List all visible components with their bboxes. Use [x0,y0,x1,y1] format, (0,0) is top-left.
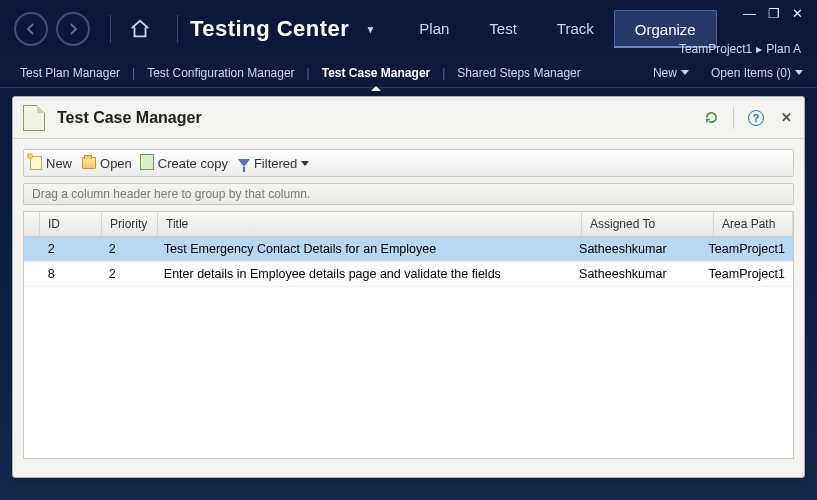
open-icon [82,157,96,169]
close-panel-button[interactable]: ✕ [778,110,794,126]
create-copy-button[interactable]: Create copy [142,156,228,171]
cell-priority: 2 [101,262,156,286]
row-selector[interactable] [24,262,40,286]
new-dropdown[interactable]: New [653,66,689,80]
cell-assigned-to: Satheeshkumar [571,237,701,261]
panel-head-sep [733,107,734,129]
open-button[interactable]: Open [82,156,132,171]
close-window-button[interactable]: ✕ [792,6,803,21]
breadcrumb-plan: Plan A [766,42,801,56]
panel-title: Test Case Manager [57,109,202,127]
grid-header: ID Priority Title Assigned To Area Path [24,212,793,237]
col-area-path[interactable]: Area Path [714,212,793,236]
subnav-test-configuration-manager[interactable]: Test Configuration Manager [141,64,300,82]
toolbar: New Open Create copy Filtered [23,149,794,177]
cell-id: 8 [40,262,101,286]
arrow-right-icon [65,21,81,37]
tab-test[interactable]: Test [469,10,537,48]
cell-priority: 2 [101,237,156,261]
test-case-grid: ID Priority Title Assigned To Area Path … [23,211,794,459]
open-items-dropdown[interactable]: Open Items (0) [711,66,803,80]
cell-title: Enter details in Employee details page a… [156,262,571,286]
nav-divider-2 [177,15,178,43]
new-icon [30,156,42,170]
cell-area-path: TeamProject1 [701,237,793,261]
subnav-sep: | [442,66,445,80]
panel-header: Test Case Manager ? ✕ [13,97,804,139]
chevron-down-icon [681,70,689,75]
col-id[interactable]: ID [40,212,102,236]
nav-divider [110,15,111,43]
restore-button[interactable]: ❐ [768,6,780,21]
window-controls: — ❐ ✕ [743,6,803,21]
new-button[interactable]: New [30,156,72,171]
group-by-hint[interactable]: Drag a column header here to group by th… [23,183,794,205]
chevron-down-icon [795,70,803,75]
open-items-label: Open Items (0) [711,66,791,80]
subnav-test-case-manager[interactable]: Test Case Manager [316,64,437,82]
content-panel: Test Case Manager ? ✕ New Open Create co… [12,96,805,478]
sub-nav: Test Plan Manager|Test Configuration Man… [0,58,817,88]
col-assigned-to[interactable]: Assigned To [582,212,714,236]
arrow-left-icon [23,21,39,37]
back-button[interactable] [14,12,48,46]
row-selector[interactable] [24,237,40,261]
breadcrumb[interactable]: TeamProject1 ▸ Plan A [679,42,801,56]
subnav-shared-steps-manager[interactable]: Shared Steps Manager [451,64,586,82]
table-row[interactable]: 82Enter details in Employee details page… [24,262,793,287]
cell-assigned-to: Satheeshkumar [571,262,701,286]
grid-corner [24,212,40,236]
new-label: New [653,66,677,80]
app-title-dropdown[interactable]: ▼ [365,24,375,35]
help-button[interactable]: ? [748,110,764,126]
minimize-button[interactable]: — [743,6,756,21]
refresh-icon [704,110,719,125]
chevron-down-icon [301,161,309,166]
table-row[interactable]: 22Test Emergency Contact Details for an … [24,237,793,262]
col-title[interactable]: Title [158,212,582,236]
subnav-sep: | [307,66,310,80]
cell-id: 2 [40,237,101,261]
cell-area-path: TeamProject1 [701,262,793,286]
filter-icon [238,159,250,167]
col-priority[interactable]: Priority [102,212,158,236]
document-icon [23,105,45,131]
filtered-dropdown[interactable]: Filtered [238,156,309,171]
subnav-test-plan-manager[interactable]: Test Plan Manager [14,64,126,82]
grid-body: 22Test Emergency Contact Details for an … [24,237,793,287]
breadcrumb-sep-icon: ▸ [756,42,762,56]
app-title[interactable]: Testing Center [190,16,349,42]
home-icon [129,18,151,40]
tab-track[interactable]: Track [537,10,614,48]
top-tabs: PlanTestTrackOrganize [399,10,716,48]
app-window: — ❐ ✕ Testing Center ▼ PlanTestTrackOrga… [0,0,817,500]
cell-title: Test Emergency Contact Details for an Em… [156,237,571,261]
subnav-sep: | [132,66,135,80]
copy-icon [142,156,154,170]
nav-bar: Testing Center ▼ PlanTestTrackOrganize T… [0,0,817,58]
tab-plan[interactable]: Plan [399,10,469,48]
forward-button[interactable] [56,12,90,46]
refresh-button[interactable] [703,110,719,126]
breadcrumb-project: TeamProject1 [679,42,752,56]
home-button[interactable] [123,12,157,46]
